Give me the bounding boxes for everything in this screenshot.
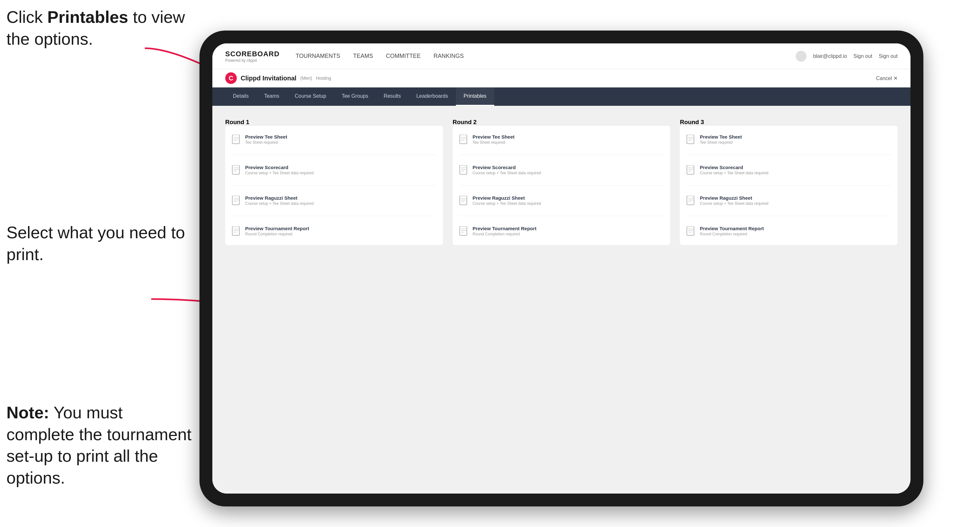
- r1-scorecard-subtitle: Course setup + Tee Sheet data required: [245, 171, 314, 175]
- svg-rect-46: [687, 226, 694, 235]
- tournament-report-icon-r2: [459, 226, 468, 237]
- round-1-raguzzi[interactable]: Preview Raguzzi Sheet Course setup + Tee…: [232, 193, 437, 208]
- svg-rect-22: [460, 165, 467, 174]
- tab-results[interactable]: Results: [376, 87, 409, 106]
- r3-tee-title: Preview Tee Sheet: [700, 134, 742, 140]
- tab-tee-groups[interactable]: Tee Groups: [334, 87, 376, 106]
- r2-tee-title: Preview Tee Sheet: [473, 134, 515, 140]
- svg-rect-2: [232, 135, 239, 144]
- svg-rect-10: [232, 196, 239, 205]
- round-3-column: Round 3 Preview Tee Sheet Tee: [680, 119, 898, 245]
- tablet-screen: SCOREBOARD Powered by clippd TOURNAMENTS…: [212, 43, 910, 494]
- status-badge: Hosting: [316, 76, 331, 81]
- r1-raguzzi-subtitle: Course setup + Tee Sheet data required: [245, 201, 314, 206]
- avatar: [795, 51, 807, 62]
- tab-teams[interactable]: Teams: [256, 87, 287, 106]
- sign-out-button[interactable]: Sign out: [879, 53, 898, 59]
- r3-raguzzi-title: Preview Raguzzi Sheet: [700, 195, 768, 201]
- r1-scorecard-title: Preview Scorecard: [245, 165, 314, 170]
- svg-rect-38: [687, 165, 694, 174]
- divider: [686, 155, 891, 155]
- tee-sheet-icon-r3: [686, 135, 695, 145]
- r2-tee-subtitle: Tee Sheet required: [473, 140, 515, 145]
- round-2-raguzzi[interactable]: Preview Raguzzi Sheet Course setup + Tee…: [459, 193, 664, 208]
- divider: [459, 185, 664, 186]
- nav-rankings[interactable]: RANKINGS: [434, 51, 464, 61]
- svg-rect-6: [232, 165, 239, 174]
- svg-rect-14: [232, 226, 239, 235]
- r3-scorecard-title: Preview Scorecard: [700, 165, 768, 170]
- user-email: blair@clippd.io: [813, 53, 847, 59]
- r1-report-title: Preview Tournament Report: [245, 226, 309, 231]
- round-2-tournament-report[interactable]: Preview Tournament Report Round Completi…: [459, 224, 664, 238]
- tournament-report-icon-r3: [686, 226, 695, 237]
- top-nav-right: blair@clippd.io Sign out Sign out: [795, 51, 898, 62]
- divider: [232, 185, 437, 186]
- divider: [686, 185, 891, 186]
- tab-leaderboards[interactable]: Leaderboards: [409, 87, 456, 106]
- scorecard-icon-r1: [232, 165, 241, 176]
- divider: [686, 216, 891, 216]
- round-2-label: Round 2: [453, 119, 670, 126]
- round-1-column: Round 1 Preview Tee Sheet Tee: [225, 119, 443, 245]
- round-3-label: Round 3: [680, 119, 898, 126]
- r2-report-title: Preview Tournament Report: [473, 226, 537, 231]
- tab-course-setup[interactable]: Course Setup: [287, 87, 334, 106]
- sign-out-link[interactable]: Sign out: [854, 53, 873, 59]
- r2-raguzzi-subtitle: Course setup + Tee Sheet data required: [473, 201, 541, 206]
- divider: [459, 155, 664, 155]
- svg-rect-18: [460, 135, 467, 144]
- round-3-scorecard[interactable]: Preview Scorecard Course setup + Tee She…: [686, 163, 891, 178]
- round-1-card: Preview Tee Sheet Tee Sheet required: [225, 126, 443, 245]
- r1-raguzzi-title: Preview Raguzzi Sheet: [245, 195, 314, 201]
- rounds-grid: Round 1 Preview Tee Sheet Tee: [225, 119, 898, 245]
- round-3-tee-sheet[interactable]: Preview Tee Sheet Tee Sheet required: [686, 132, 891, 147]
- divider: [459, 216, 664, 216]
- round-3-tournament-report[interactable]: Preview Tournament Report Round Completi…: [686, 224, 891, 238]
- sub-nav: Details Teams Course Setup Tee Groups Re…: [212, 87, 910, 106]
- logo-powered: Powered by clippd: [225, 58, 280, 63]
- divider: [232, 155, 437, 155]
- r1-report-subtitle: Round Completion required: [245, 232, 309, 237]
- round-2-card: Preview Tee Sheet Tee Sheet required: [453, 126, 670, 245]
- top-nav-links: TOURNAMENTS TEAMS COMMITTEE RANKINGS: [296, 51, 795, 61]
- round-2-scorecard[interactable]: Preview Scorecard Course setup + Tee She…: [459, 163, 664, 178]
- tab-printables[interactable]: Printables: [456, 87, 494, 106]
- scorecard-icon-r2: [459, 165, 468, 176]
- scorecard-icon-r3: [686, 165, 695, 176]
- r3-report-subtitle: Round Completion required: [700, 232, 764, 237]
- logo-area: SCOREBOARD Powered by clippd: [225, 50, 280, 63]
- annotation-bottom: Note: You must complete the tournament s…: [6, 402, 193, 489]
- tab-details[interactable]: Details: [225, 87, 256, 106]
- round-1-label: Round 1: [225, 119, 443, 126]
- round-3-card: Preview Tee Sheet Tee Sheet required: [680, 126, 898, 245]
- nav-committee[interactable]: COMMITTEE: [386, 51, 421, 61]
- raguzzi-icon-r2: [459, 196, 468, 206]
- svg-rect-42: [687, 196, 694, 205]
- round-3-raguzzi[interactable]: Preview Raguzzi Sheet Course setup + Tee…: [686, 193, 891, 208]
- r3-report-title: Preview Tournament Report: [700, 226, 764, 231]
- r3-tee-subtitle: Tee Sheet required: [700, 140, 742, 145]
- nav-tournaments[interactable]: TOURNAMENTS: [296, 51, 340, 61]
- tournament-report-icon-r1: [232, 226, 241, 237]
- r1-tee-subtitle: Tee Sheet required: [245, 140, 287, 145]
- raguzzi-icon-r3: [686, 196, 695, 206]
- clippd-logo: C: [225, 72, 237, 84]
- cancel-button[interactable]: Cancel ✕: [876, 75, 898, 81]
- tournament-title: Clippd Invitational: [241, 75, 296, 82]
- logo-scoreboard: SCOREBOARD: [225, 50, 280, 58]
- nav-teams[interactable]: TEAMS: [353, 51, 373, 61]
- round-1-tournament-report[interactable]: Preview Tournament Report Round Completi…: [232, 224, 437, 238]
- tournament-name: C Clippd Invitational (Men) Hosting: [225, 72, 331, 84]
- r2-report-subtitle: Round Completion required: [473, 232, 537, 237]
- tee-sheet-icon-r1: [232, 135, 241, 145]
- round-1-tee-sheet[interactable]: Preview Tee Sheet Tee Sheet required: [232, 132, 437, 147]
- tablet: SCOREBOARD Powered by clippd TOURNAMENTS…: [199, 30, 923, 506]
- svg-rect-34: [687, 135, 694, 144]
- round-2-tee-sheet[interactable]: Preview Tee Sheet Tee Sheet required: [459, 132, 664, 147]
- round-1-scorecard[interactable]: Preview Scorecard Course setup + Tee She…: [232, 163, 437, 178]
- tournament-bar: C Clippd Invitational (Men) Hosting Canc…: [212, 69, 910, 87]
- r2-scorecard-subtitle: Course setup + Tee Sheet data required: [473, 171, 541, 175]
- tee-sheet-icon-r2: [459, 135, 468, 145]
- raguzzi-icon-r1: [232, 196, 241, 206]
